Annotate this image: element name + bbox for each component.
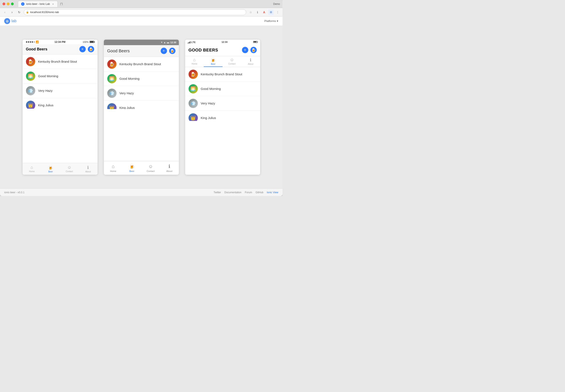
- ios-beer-item-2[interactable]: 💨 Very Hazy: [23, 84, 98, 98]
- android-beer-img-2: 💨: [107, 89, 116, 98]
- windows-time: 12:34: [221, 41, 227, 43]
- ios-beer-avatar-2: 💨: [26, 86, 35, 95]
- windows-beer-avatar-1: 🌅: [188, 84, 198, 94]
- android-beer-item-0[interactable]: 🍺 Kentucky Brunch Brand Stout: [104, 57, 179, 71]
- new-tab-button[interactable]: ⊓: [58, 1, 64, 7]
- windows-top-tabs: ⌂ Home 🍺 Beer ☺ Contact ℹ About: [185, 56, 260, 67]
- ios-tab-home[interactable]: ⌂ Home: [23, 165, 41, 173]
- ios-app-header: Good Beers + 🍺: [23, 44, 98, 55]
- ios-beer-item-1[interactable]: 🌅 Good Morning: [23, 69, 98, 84]
- ios-header-actions: + 🍺: [79, 46, 94, 52]
- android-beer-avatar-1: 🌅: [107, 74, 116, 83]
- ios-beer-item-3[interactable]: 👑 King Julius: [23, 98, 98, 109]
- ios-time: 12:34 PM: [55, 41, 65, 43]
- windows-beer-avatar-0: 🍺: [188, 70, 198, 79]
- traffic-lights: [2, 2, 14, 5]
- windows-beer-item-3[interactable]: 👑 King Julius: [185, 111, 260, 121]
- android-beer-item-2[interactable]: 💨 Very Hazy: [104, 86, 179, 101]
- footer-forum[interactable]: Forum: [245, 191, 252, 194]
- windows-tab-about[interactable]: ℹ About: [241, 56, 260, 67]
- ios-phone-body: 📶 12:34 PM 100% Good Beers + �: [23, 40, 98, 175]
- refresh-button[interactable]: ↻: [16, 10, 22, 15]
- browser-tab[interactable]: i ionic-beer - Ionic Lab ✕: [18, 1, 58, 7]
- address-lock-icon: 🔒: [26, 11, 29, 14]
- back-button[interactable]: ‹: [2, 10, 8, 15]
- windows-tab-contact[interactable]: ☺ Contact: [223, 56, 241, 67]
- windows-beer-name-0: Kentucky Brunch Brand Stout: [201, 72, 242, 76]
- android-tab-beer[interactable]: 🍺 Beer: [122, 164, 141, 172]
- ios-add-button[interactable]: +: [79, 46, 86, 52]
- lab-content: 📶 12:34 PM 100% Good Beers + �: [0, 26, 283, 188]
- puzzle-icon[interactable]: ⊞: [268, 10, 274, 15]
- ios-beer-item-0[interactable]: 🍺 Kentucky Brunch Brand Stout: [23, 55, 98, 69]
- android-beer-avatar-2: 💨: [107, 89, 116, 98]
- menu-icon[interactable]: ⋮: [275, 10, 280, 15]
- ios-tab-contact[interactable]: ☺ Contact: [60, 165, 79, 173]
- tab-title: ionic-beer - Ionic Lab: [26, 2, 50, 5]
- windows-beer-icon: 🍺: [211, 57, 216, 62]
- ios-home-icon: ⌂: [31, 165, 33, 170]
- ios-beer-avatar-3: 👑: [26, 101, 35, 109]
- tab-bar: i ionic-beer - Ionic Lab ✕ ⊓: [18, 1, 272, 7]
- ios-beer-name-1: Good Morning: [38, 74, 58, 78]
- windows-beer-img-1: 🌅: [188, 84, 198, 94]
- ios-tab-about[interactable]: ℹ About: [79, 165, 98, 173]
- ionic-logo: ◎ lab: [4, 18, 16, 24]
- windows-header-actions: + 🍺: [242, 47, 257, 53]
- android-beer-item-3[interactable]: 👑 King Julius: [104, 101, 179, 109]
- android-beer-label: Beer: [130, 170, 134, 172]
- windows-beer-item-1[interactable]: 🌅 Good Morning: [185, 82, 260, 96]
- ios-wifi-icon: 📶: [36, 41, 39, 43]
- windows-app-title: GOOD BEERS: [188, 48, 218, 53]
- footer-ionic-view[interactable]: Ionic View: [267, 191, 278, 194]
- android-beer-item-1[interactable]: 🌅 Good Morning: [104, 71, 179, 86]
- android-statusbar: ▾ ▲ ▬ 12:30: [104, 40, 179, 45]
- android-tab-contact[interactable]: ☺ Contact: [141, 164, 160, 172]
- info-icon[interactable]: ℹ: [255, 10, 260, 15]
- close-button[interactable]: [2, 2, 5, 5]
- ios-about-label: About: [85, 170, 91, 173]
- windows-beer-name-2: Very Hazy: [201, 101, 215, 105]
- android-about-label: About: [166, 170, 173, 172]
- android-phone-body: ▾ ▲ ▬ 12:30 Good Beers + 🍺: [104, 40, 179, 175]
- signal-bar-1: [188, 43, 188, 43]
- ios-statusbar: 📶 12:34 PM 100%: [23, 40, 98, 44]
- android-tab-about[interactable]: ℹ About: [160, 164, 179, 172]
- footer-documentation[interactable]: Documentation: [224, 191, 242, 194]
- windows-beer-item-2[interactable]: 💨 Very Hazy: [185, 96, 260, 111]
- bookmark-icon[interactable]: ☆: [248, 10, 253, 15]
- windows-beer-item-0[interactable]: 🍺 Kentucky Brunch Brand Stout: [185, 67, 260, 82]
- lte-label: LTE: [191, 41, 196, 43]
- android-beer-img-3: 👑: [107, 103, 116, 109]
- footer-github[interactable]: GitHub: [256, 191, 263, 194]
- windows-tab-home[interactable]: ⌂ Home: [185, 56, 204, 67]
- tab-close-button[interactable]: ✕: [52, 2, 55, 5]
- address-bar[interactable]: 🔒 localhost:8100/ionic-lab: [24, 9, 246, 15]
- android-app-header: Good Beers + 🍺: [104, 45, 179, 57]
- windows-content-spacer: [185, 121, 260, 175]
- windows-beer-img-2: 💨: [188, 99, 198, 108]
- platforms-label: Platforms: [264, 19, 276, 23]
- platforms-button[interactable]: Platforms ▾: [264, 19, 278, 23]
- android-beer-name-0: Kentucky Brunch Brand Stout: [119, 62, 161, 66]
- minimize-button[interactable]: [7, 2, 10, 5]
- android-header-actions: + 🍺: [161, 48, 175, 54]
- extensions-icon[interactable]: A: [261, 10, 267, 15]
- forward-button[interactable]: ›: [9, 10, 15, 15]
- android-add-button[interactable]: +: [161, 48, 167, 54]
- windows-tab-beer[interactable]: 🍺 Beer: [204, 56, 223, 67]
- ios-tab-beer[interactable]: 🍺 Beer: [41, 165, 60, 173]
- android-beer-button[interactable]: 🍺: [169, 48, 175, 54]
- windows-beer-name-1: Good Morning: [201, 87, 221, 91]
- browser-toolbar: ‹ › ↻ 🔒 localhost:8100/ionic-lab ☆ ℹ A ⊞…: [0, 8, 283, 16]
- maximize-button[interactable]: [11, 2, 14, 5]
- android-tab-home[interactable]: ⌂ Home: [104, 164, 123, 172]
- windows-beer-button[interactable]: 🍺: [250, 47, 257, 53]
- windows-add-button[interactable]: +: [242, 47, 248, 53]
- ios-beer-button[interactable]: 🍺: [88, 46, 94, 52]
- demo-label: Demo: [273, 2, 280, 5]
- android-about-icon: ℹ: [169, 164, 170, 169]
- ionic-logo-icon: ◎: [4, 18, 10, 24]
- footer-twitter[interactable]: Twitter: [214, 191, 221, 194]
- browser-titlebar: i ionic-beer - Ionic Lab ✕ ⊓ Demo: [0, 0, 283, 8]
